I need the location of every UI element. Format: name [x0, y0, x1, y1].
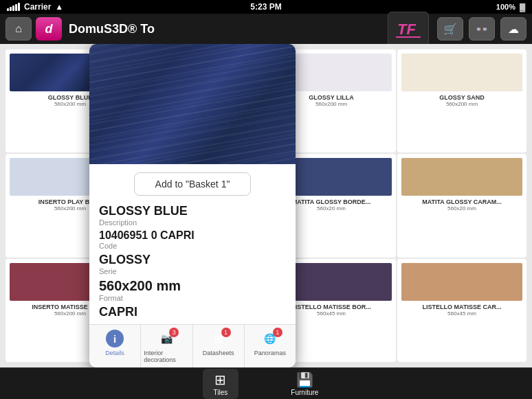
add-to-basket-button[interactable]: Add to "Basket 1"	[134, 172, 252, 196]
product-code-label: Code	[99, 242, 286, 250]
app-tab-bar: ⊞Tiles💾Furniture	[0, 367, 532, 399]
product-name-label: Description	[99, 218, 286, 227]
signal-bars	[7, 3, 20, 11]
modal-overlay: Add to "Basket 1" GLOSSY BLUE Descriptio…	[0, 44, 532, 367]
app-tab-tiles[interactable]: ⊞Tiles	[203, 369, 239, 399]
glasses-button[interactable]: 👓	[469, 17, 495, 41]
home-button[interactable]: ⌂	[5, 17, 32, 41]
app-logo-icon: d	[45, 22, 53, 36]
signal-bar-3	[12, 5, 14, 11]
modal-tab-interior-icon: 📷3	[157, 329, 176, 348]
app-tab-furniture-label: Furniture	[291, 389, 318, 396]
glasses-icon: 👓	[475, 23, 489, 36]
signal-bar-4	[15, 4, 17, 11]
status-left: Carrier ▲	[7, 2, 63, 12]
nav-title: DomuS3D® To	[69, 22, 384, 36]
app-tab-tiles-label: Tiles	[214, 389, 228, 396]
modal-tab-interior-label: Interior decorations	[144, 350, 189, 363]
cart-icon: 🛒	[443, 23, 457, 36]
battery-percent: 100%	[496, 3, 516, 11]
product-format: 560x200 mm	[99, 278, 286, 294]
app-tab-furniture[interactable]: 💾Furniture	[280, 369, 329, 399]
app-logo-button[interactable]: d	[36, 17, 62, 41]
nav-bar: ⌂ d DomuS3D® To TF 🛒 👓 ☁	[0, 14, 532, 44]
brand-logo: TF	[388, 12, 429, 46]
product-modal: Add to "Basket 1" GLOSSY BLUE Descriptio…	[89, 44, 296, 367]
time-display: 5:23 PM	[250, 2, 281, 12]
signal-bar-5	[18, 3, 20, 11]
product-serie-label: Serie	[99, 267, 286, 275]
product-name: GLOSSY BLUE	[99, 204, 286, 218]
modal-tab-details-label: Details	[105, 350, 124, 356]
modal-tab-datasheets-icon: ⊞1	[209, 329, 228, 348]
modal-tab-datasheets[interactable]: ⊞1Datasheets	[193, 325, 245, 367]
modal-tab-panoramas-label: Panoramas	[254, 350, 286, 356]
signal-bar-1	[7, 8, 9, 11]
modal-tab-panoramas[interactable]: 🌐1Panoramas	[245, 325, 296, 367]
app-tab-tiles-icon: ⊞	[214, 372, 226, 388]
badge: 1	[273, 328, 282, 337]
modal-tab-panoramas-icon: 🌐1	[261, 329, 280, 348]
cart-button[interactable]: 🛒	[437, 17, 463, 41]
product-serie: GLOSSY	[99, 253, 286, 267]
status-right: 100% ▓	[496, 3, 525, 11]
nav-right-icons: TF 🛒 👓 ☁	[388, 12, 527, 46]
product-format-label: Format	[99, 294, 286, 302]
modal-tab-details-icon: i	[105, 329, 124, 348]
product-details: GLOSSY BLUE Description 10406951 0 CAPRI…	[89, 204, 296, 325]
info-icon: i	[106, 330, 124, 347]
modal-tab-datasheets-label: Datasheets	[203, 350, 234, 356]
product-brand: CAPRI	[99, 305, 286, 319]
product-code: 10406951 0 CAPRI	[99, 229, 286, 242]
app-tab-furniture-icon: 💾	[296, 372, 313, 388]
badge: 3	[169, 328, 179, 337]
wifi-icon: ▲	[55, 2, 63, 12]
modal-tab-details[interactable]: iDetails	[89, 325, 141, 367]
svg-text:TF: TF	[397, 21, 416, 38]
signal-bar-2	[10, 7, 12, 11]
carrier-label: Carrier	[24, 2, 51, 12]
battery-icon: ▓	[520, 3, 525, 11]
cloud-icon: ☁	[508, 23, 519, 36]
cloud-button[interactable]: ☁	[500, 17, 527, 41]
main-content: GLOSSY BLUE560x200 mmGLOSSY LIGH...560x2…	[0, 44, 532, 367]
home-icon: ⌂	[15, 23, 22, 35]
badge: 1	[221, 328, 231, 337]
modal-tab-interior[interactable]: 📷3Interior decorations	[141, 325, 192, 367]
modal-tab-bar: iDetails📷3Interior decorations⊞1Datashee…	[89, 324, 296, 367]
product-image	[89, 44, 296, 164]
